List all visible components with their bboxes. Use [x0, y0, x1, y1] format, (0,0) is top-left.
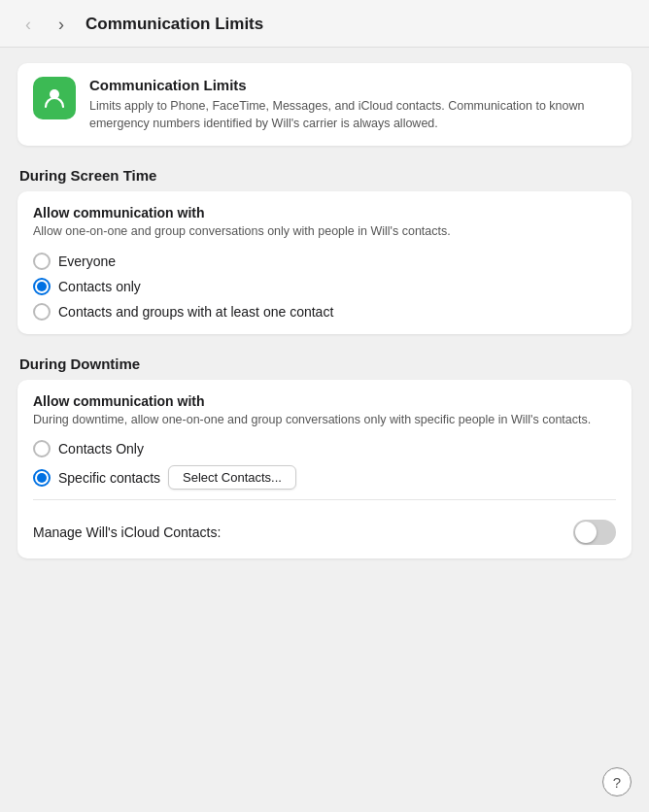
manage-icloud-label: Manage Will's iCloud Contacts: [33, 524, 221, 540]
downtime-heading: During Downtime [17, 355, 632, 372]
app-description: Limits apply to Phone, FaceTime, Message… [89, 97, 616, 132]
manage-icloud-toggle[interactable] [573, 520, 616, 545]
screen-time-card: Allow communication with Allow one-on-on… [17, 191, 632, 334]
radio-everyone-circle [33, 253, 51, 270]
radio-downtime-contacts-only[interactable]: Contacts Only [33, 440, 616, 457]
screen-time-card-subtitle: Allow one-on-one and group conversations… [33, 223, 616, 241]
nav-bar: ‹ › Communication Limits [0, 0, 649, 48]
radio-downtime-contacts-only-label: Contacts Only [58, 441, 144, 457]
screen-time-card-title: Allow communication with [33, 205, 616, 220]
back-icon: ‹ [25, 15, 31, 35]
select-contacts-button[interactable]: Select Contacts... [168, 465, 296, 490]
app-icon [33, 77, 76, 119]
downtime-radio-group: Contacts Only Specific contacts Select C… [33, 440, 616, 490]
help-button[interactable]: ? [602, 767, 632, 796]
page-title: Communication Limits [85, 15, 263, 34]
forward-icon: › [58, 15, 64, 35]
forward-button[interactable]: › [49, 12, 74, 37]
radio-downtime-contacts-only-circle [33, 440, 51, 457]
screen-time-radio-group: Everyone Contacts only Contacts and grou… [33, 253, 616, 321]
specific-contacts-row: Specific contacts Select Contacts... [58, 465, 296, 490]
app-header-card: Communication Limits Limits apply to Pho… [17, 63, 632, 146]
downtime-card: Allow communication with During downtime… [17, 380, 632, 559]
radio-specific-contacts-circle [33, 469, 51, 487]
screen-time-heading: During Screen Time [17, 167, 632, 184]
help-icon: ? [613, 774, 621, 791]
radio-contacts-groups-label: Contacts and groups with at least one co… [58, 304, 333, 320]
radio-contacts-groups[interactable]: Contacts and groups with at least one co… [33, 303, 616, 321]
downtime-card-title: Allow communication with [33, 393, 616, 409]
app-title: Communication Limits [89, 77, 616, 93]
radio-everyone[interactable]: Everyone [33, 253, 616, 270]
card-divider [33, 499, 616, 500]
radio-specific-contacts[interactable]: Specific contacts Select Contacts... [33, 465, 616, 490]
downtime-card-subtitle: During downtime, allow one-on-one and gr… [33, 412, 616, 429]
back-button[interactable]: ‹ [16, 12, 41, 37]
radio-contacts-only[interactable]: Contacts only [33, 278, 616, 295]
app-info: Communication Limits Limits apply to Pho… [89, 77, 616, 132]
radio-everyone-label: Everyone [58, 254, 116, 269]
communication-limits-icon [42, 85, 67, 111]
radio-contacts-only-label: Contacts only [58, 279, 141, 294]
radio-specific-contacts-label: Specific contacts [58, 470, 160, 486]
radio-contacts-only-circle [33, 278, 51, 295]
manage-icloud-row: Manage Will's iCloud Contacts: [33, 510, 616, 545]
content-area: Communication Limits Limits apply to Pho… [0, 48, 649, 595]
radio-contacts-groups-circle [33, 303, 51, 321]
